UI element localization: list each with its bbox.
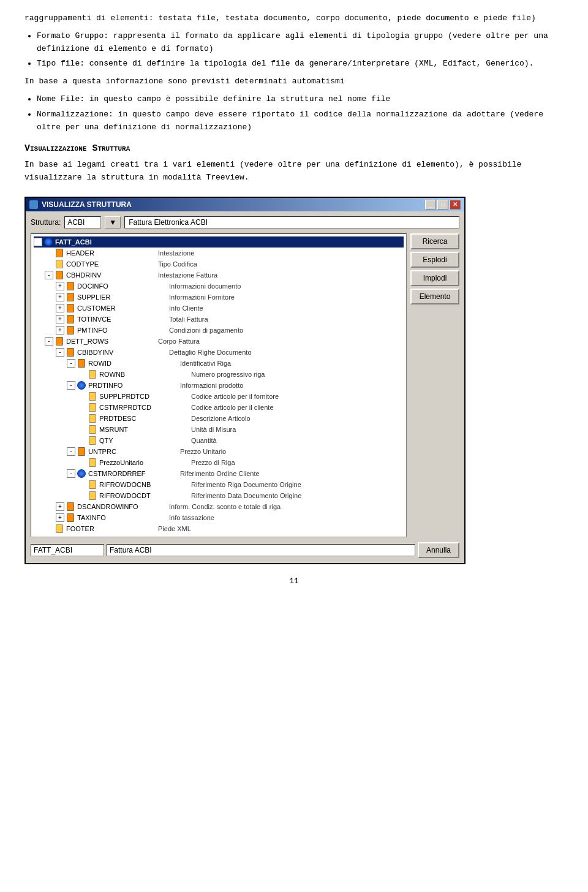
tree-item[interactable]: MSRUNTUnità di Misura: [34, 424, 404, 435]
tree-node-desc: Totali Fattura: [169, 316, 208, 323]
ricerca-button[interactable]: Ricerca: [410, 233, 459, 249]
tree-item[interactable]: -FATT_ACBI: [34, 236, 404, 248]
tree-item[interactable]: HEADERIntestazione: [34, 248, 404, 259]
tree-node-label: CSTMRORDRREF: [88, 470, 168, 477]
implodi-button[interactable]: Implodi: [410, 270, 459, 286]
section-body: In base ai legami creati tra i vari elem…: [24, 159, 564, 184]
window-icon: [29, 200, 38, 209]
close-button[interactable]: ✕: [450, 200, 461, 210]
tree-node-desc: Descrizione Articolo: [191, 415, 251, 422]
struttura-label: Struttura:: [31, 218, 61, 227]
tree-node-desc: Informazioni documento: [169, 282, 241, 290]
tree-item[interactable]: +DOCINFOInformazioni documento: [34, 281, 404, 292]
bottom-code-input[interactable]: [31, 544, 104, 556]
tree-expand-btn[interactable]: +: [56, 282, 64, 290]
struttura-dropdown-btn[interactable]: ▼: [105, 216, 121, 229]
tree-expand-btn[interactable]: -: [67, 381, 75, 390]
tree-item[interactable]: PrezzoUnitarioPrezzo di Riga: [34, 457, 404, 468]
tree-item[interactable]: CSTMRPRDTCDCodice articolo per il client…: [34, 402, 404, 413]
bottom-desc-input[interactable]: [107, 544, 415, 556]
tree-expand-btn[interactable]: -: [34, 238, 42, 246]
tree-item[interactable]: QTYQuantità: [34, 435, 404, 446]
tree-node-label: CUSTOMER: [77, 304, 157, 312]
maximize-button[interactable]: □: [437, 200, 448, 210]
tree-node-label: QTY: [99, 437, 179, 444]
main-area: -FATT_ACBIHEADERIntestazioneCODTYPETipo …: [31, 233, 459, 537]
tree-node-label: ROWID: [88, 360, 168, 367]
annulla-button[interactable]: Annulla: [418, 542, 459, 558]
tree-item[interactable]: -CBIBDYINVDettaglio Righe Documento: [34, 347, 404, 358]
tree-node-label: PRDTINFO: [88, 382, 168, 389]
titlebar-left: VISUALIZZA STRUTTURA: [29, 200, 132, 209]
tree-node-desc: Codice articolo per il cliente: [191, 404, 274, 411]
tree-expand-btn[interactable]: -: [67, 469, 75, 478]
tree-item[interactable]: SUPPLPRDTCDCodice articolo per il fornit…: [34, 391, 404, 402]
tree-item[interactable]: RIFROWDOCDTRiferimento Data Documento Or…: [34, 490, 404, 501]
tree-panel[interactable]: -FATT_ACBIHEADERIntestazioneCODTYPETipo …: [31, 233, 407, 537]
tree-item[interactable]: -CBHDRINVIntestazione Fattura: [34, 270, 404, 281]
minimize-button[interactable]: _: [425, 200, 436, 210]
tree-expand-btn[interactable]: +: [56, 304, 64, 312]
para2: In base a questa informazione sono previ…: [24, 75, 564, 88]
tree-expand-btn[interactable]: +: [56, 513, 64, 522]
page-number: 11: [24, 576, 564, 586]
tree-node-desc: Intestazione: [158, 249, 194, 257]
tree-expand-btn[interactable]: -: [56, 348, 64, 357]
tree-item[interactable]: RIFROWDOCNBRiferimento Riga Documento Or…: [34, 479, 404, 490]
tree-node-desc: Riferimento Ordine Cliente: [180, 470, 260, 477]
tree-expand-btn[interactable]: -: [45, 337, 53, 346]
tree-expand-btn[interactable]: +: [56, 502, 64, 511]
tree-item[interactable]: -CSTMRORDRREFRiferimento Ordine Cliente: [34, 468, 404, 479]
tree-node-desc: Riferimento Riga Documento Origine: [191, 481, 301, 488]
tree-node-desc: Informazioni prodotto: [180, 382, 243, 389]
tree-item[interactable]: CODTYPETipo Codifica: [34, 259, 404, 270]
tree-item[interactable]: PRDTDESCDescrizione Articolo: [34, 413, 404, 424]
tree-node-desc: Prezzo di Riga: [191, 459, 235, 466]
tree-expand-btn[interactable]: +: [56, 326, 64, 334]
tree-item[interactable]: +TAXINFOInfo tassazione: [34, 512, 404, 523]
tree-node-label: SUPPLPRDTCD: [99, 393, 179, 400]
tree-item[interactable]: -UNTPRCPrezzo Unitario: [34, 446, 404, 457]
tree-node-label: UNTPRC: [88, 448, 168, 455]
tree-node-desc: Inform. Condiz. sconto e totale di riga: [169, 503, 281, 510]
tree-item[interactable]: +DSCANDROWINFOInform. Condiz. sconto e t…: [34, 501, 404, 512]
tree-item[interactable]: FOOTERPiede XML: [34, 523, 404, 534]
tree-expand-btn[interactable]: +: [56, 293, 64, 301]
tree-node-label: SUPPLIER: [77, 293, 157, 301]
tree-item[interactable]: +SUPPLIERInformazioni Fornitore: [34, 292, 404, 303]
tree-item[interactable]: -DETT_ROWSCorpo Fattura: [34, 336, 404, 347]
esplodi-button[interactable]: Esplodi: [410, 252, 459, 268]
section-heading: Visualizzazione Struttura: [24, 143, 564, 154]
tree-node-desc: Unità di Misura: [191, 426, 236, 433]
tree-node-desc: Identificativi Riga: [180, 360, 231, 367]
bullet-formato-gruppo: Formato Gruppo: rappresenta il formato d…: [37, 30, 564, 56]
bullet-nome-file: Nome File: in questo campo è possibile d…: [37, 93, 564, 106]
tree-node-desc: Informazioni Fornitore: [169, 293, 235, 301]
tree-node-label: CBHDRINV: [66, 271, 146, 279]
tree-item[interactable]: -ROWIDIdentificativi Riga: [34, 358, 404, 369]
tree-node-desc: Piede XML: [158, 525, 191, 532]
tree-node-label: DETT_ROWS: [66, 338, 146, 345]
bottom-bar: Annulla: [31, 542, 459, 558]
bullet-normalizzazione: Normalizzazione: in questo campo deve es…: [37, 108, 564, 134]
tree-node-desc: Info tassazione: [169, 514, 214, 521]
tree-expand-btn[interactable]: -: [45, 271, 53, 279]
tree-item[interactable]: ROWNBNumero progressivo riga: [34, 369, 404, 380]
tree-node-label: CSTMRPRDTCD: [99, 404, 179, 411]
tree-item[interactable]: +CUSTOMERInfo Cliente: [34, 303, 404, 314]
struttura-input[interactable]: [64, 216, 101, 229]
struttura-description: Fattura Elettronica ACBI: [124, 216, 459, 229]
tree-expand-btn[interactable]: +: [56, 315, 64, 323]
tree-node-label: RIFROWDOCDT: [99, 492, 179, 499]
tree-expand-btn[interactable]: -: [67, 359, 75, 368]
tree-node-desc: Prezzo Unitario: [180, 448, 226, 455]
window-title: VISUALIZZA STRUTTURA: [42, 200, 132, 209]
tree-item[interactable]: -PRDTINFOInformazioni prodotto: [34, 380, 404, 391]
tree-node-desc: Intestazione Fattura: [158, 271, 217, 279]
tree-node-label: FATT_ACBI: [55, 238, 135, 246]
tree-item[interactable]: +TOTINVCETotali Fattura: [34, 314, 404, 325]
window-controls[interactable]: _ □ ✕: [425, 200, 461, 210]
elemento-button[interactable]: Elemento: [410, 289, 459, 304]
tree-expand-btn[interactable]: -: [67, 447, 75, 456]
tree-item[interactable]: +PMTINFOCondizioni di pagamento: [34, 325, 404, 336]
